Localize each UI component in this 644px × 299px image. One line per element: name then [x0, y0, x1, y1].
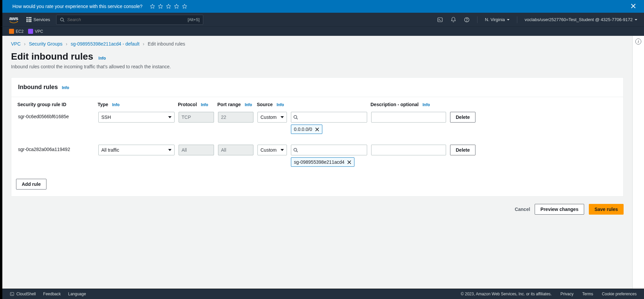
language-link[interactable]: Language — [68, 292, 86, 296]
chevron-right-icon: › — [66, 41, 68, 47]
save-rules-button[interactable]: Save rules — [589, 204, 624, 215]
page-title: Edit inbound rules Info — [2, 47, 632, 63]
protocol-value: All — [182, 147, 187, 153]
source-search[interactable] — [291, 145, 367, 155]
port-value: 22 — [221, 115, 226, 120]
shortcut-vpc[interactable]: VPC — [28, 29, 43, 34]
remove-chip-icon[interactable] — [315, 127, 319, 132]
svg-point-17 — [294, 148, 297, 151]
search-input[interactable] — [67, 17, 188, 22]
description-field[interactable] — [371, 145, 446, 155]
svg-rect-9 — [438, 18, 443, 22]
source-mode-select[interactable]: Custom — [257, 112, 287, 123]
info-link[interactable]: Info — [99, 56, 106, 61]
cloudshell-icon[interactable] — [437, 17, 443, 23]
cloudshell-icon — [10, 292, 14, 296]
caret-down-icon — [507, 19, 510, 20]
source-mode-select[interactable]: Custom — [257, 145, 287, 155]
cookies-link[interactable]: Cookie preferences — [602, 292, 637, 296]
shortcut-label: EC2 — [16, 29, 23, 34]
type-select[interactable]: All traffic — [98, 145, 175, 155]
protocol-field: All — [179, 145, 214, 155]
table-header: Security group rule ID Type Info Protoco… — [16, 102, 619, 110]
grid-icon — [26, 17, 31, 22]
add-rule-button[interactable]: Add rule — [16, 179, 46, 190]
type-select[interactable]: SSH — [98, 112, 175, 123]
account-label: voclabs/user2527760=Test_Student @ 4325-… — [525, 17, 633, 22]
region-selector[interactable]: N. Virginia — [485, 17, 510, 22]
source-chip[interactable]: sg-098955398e211acd4 — [291, 157, 354, 167]
select-value: All traffic — [101, 147, 119, 153]
svg-marker-1 — [158, 4, 163, 8]
services-menu[interactable]: Services — [26, 17, 50, 22]
help-icon[interactable] — [464, 17, 470, 23]
description-field[interactable] — [371, 112, 446, 123]
port-field: All — [218, 145, 253, 155]
feedback-link[interactable]: Feedback — [43, 292, 61, 296]
svg-line-14 — [297, 118, 298, 120]
delete-button[interactable]: Delete — [450, 112, 475, 123]
info-link[interactable]: Info — [112, 102, 120, 107]
info-link[interactable]: Info — [277, 102, 284, 107]
global-search[interactable]: [Alt+S] — [56, 15, 203, 25]
remove-chip-icon[interactable] — [347, 160, 351, 164]
region-label: N. Virginia — [485, 17, 505, 22]
cloudshell-link[interactable]: CloudShell — [10, 292, 36, 296]
svg-point-12 — [467, 21, 467, 21]
search-icon — [60, 17, 65, 22]
page-description: Inbound rules control the incoming traff… — [2, 63, 632, 77]
account-menu[interactable]: voclabs/user2527760=Test_Student @ 4325-… — [525, 17, 637, 22]
star-5-icon[interactable] — [182, 4, 187, 9]
star-2-icon[interactable] — [158, 4, 163, 9]
main-content: VPC › Security Groups › sg-098955398e211… — [2, 36, 632, 299]
crumb-vpc[interactable]: VPC — [11, 41, 21, 47]
bell-icon[interactable] — [450, 17, 456, 23]
top-nav: aws Services [Alt+S] N. Virginia voclabs… — [0, 13, 644, 26]
source-search[interactable] — [291, 112, 367, 123]
chip-label: sg-098955398e211acd4 — [294, 159, 344, 165]
description-input[interactable] — [374, 115, 443, 120]
footer-bar: CloudShell Feedback Language © 2023, Ama… — [0, 289, 644, 299]
shortcut-ec2[interactable]: EC2 — [9, 29, 23, 34]
page-actions: Cancel Preview changes Save rules — [2, 197, 632, 228]
rule-id: sgr-0ca282a006a119492 — [16, 145, 96, 152]
panel-title: Inbound rules — [18, 84, 58, 90]
svg-line-18 — [297, 151, 298, 152]
caret-down-icon — [168, 149, 172, 151]
info-link[interactable]: Info — [201, 102, 208, 107]
svg-marker-2 — [166, 4, 171, 8]
source-search-input[interactable] — [300, 147, 364, 153]
close-icon[interactable] — [631, 3, 636, 9]
col-port: Port range Info — [216, 102, 255, 110]
terms-link[interactable]: Terms — [582, 292, 593, 296]
privacy-link[interactable]: Privacy — [560, 292, 573, 296]
info-link[interactable]: Info — [423, 102, 430, 107]
search-icon — [293, 115, 298, 120]
description-input[interactable] — [374, 147, 443, 153]
col-type: Type Info — [96, 102, 177, 110]
crumb-security-groups[interactable]: Security Groups — [29, 41, 62, 47]
aws-logo[interactable]: aws — [9, 15, 18, 24]
star-3-icon[interactable] — [166, 4, 171, 9]
info-link[interactable]: Info — [245, 102, 252, 107]
preview-changes-button[interactable]: Preview changes — [535, 204, 584, 215]
ec2-icon — [9, 29, 14, 34]
delete-button[interactable]: Delete — [450, 145, 475, 155]
select-value: Custom — [260, 147, 277, 153]
crumb-sg[interactable]: sg-098955398e211acd4 - default — [71, 41, 140, 47]
source-chip[interactable]: 0.0.0.0/0 — [291, 125, 322, 134]
rating-stars — [150, 4, 187, 9]
table-row: sgr-0ca282a006a119492 All traffic All — [16, 143, 619, 176]
info-link[interactable]: Info — [62, 85, 69, 90]
help-drawer-toggle[interactable]: i — [632, 36, 644, 299]
col-id: Security group rule ID — [16, 102, 96, 110]
source-search-input[interactable] — [300, 115, 364, 120]
shortcut-label: VPC — [35, 29, 43, 34]
star-4-icon[interactable] — [174, 4, 179, 9]
feedback-bar: How would you rate your experience with … — [0, 0, 644, 13]
inbound-rules-panel: Inbound rules Info Security group rule I… — [11, 77, 624, 197]
caret-down-icon — [281, 116, 284, 118]
cancel-button[interactable]: Cancel — [515, 207, 530, 212]
star-1-icon[interactable] — [150, 4, 155, 9]
table-row: sgr-0c6ed0566bf61685e SSH TCP — [16, 110, 619, 143]
